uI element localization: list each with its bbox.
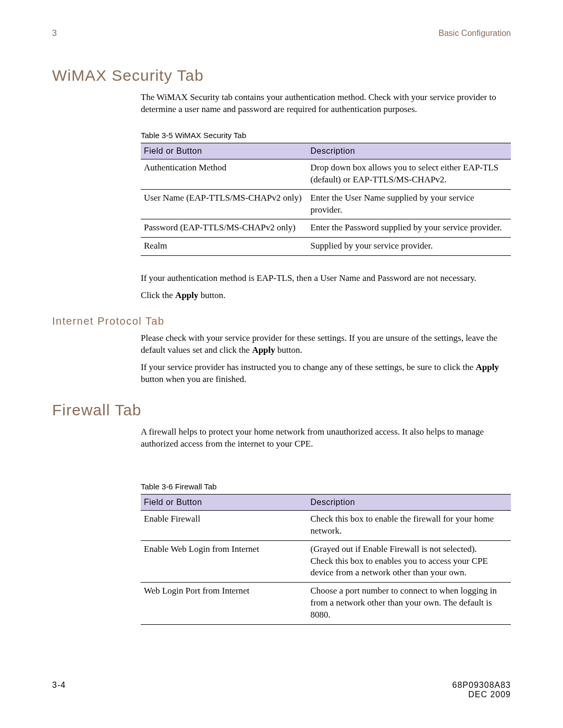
col-header-desc: Description xyxy=(308,495,511,511)
table-row: Enable Web Login from Internet (Grayed o… xyxy=(141,540,511,583)
page-header: 3 Basic Configuration xyxy=(52,29,511,38)
cell-field: User Name (EAP-TTLS/MS-CHAPv2 only) xyxy=(141,189,308,219)
cell-field: Authentication Method xyxy=(141,159,308,189)
cell-desc: Choose a port number to connect to when … xyxy=(308,583,511,625)
table-caption: Table 3-6 Firewall Tab xyxy=(141,482,511,492)
table-row: Web Login Port from Internet Choose a po… xyxy=(141,583,511,625)
section-heading-firewall: Firewall Tab xyxy=(52,401,511,419)
chapter-number: 3 xyxy=(52,29,57,38)
paragraph: If your service provider has instructed … xyxy=(141,362,511,386)
body-block: The WiMAX Security tab contains your aut… xyxy=(141,92,511,302)
cell-field: Password (EAP-TTLS/MS-CHAPv2 only) xyxy=(141,219,308,238)
col-header-desc: Description xyxy=(308,143,511,159)
cell-field: Enable Firewall xyxy=(141,510,308,540)
body-block: Please check with your service provider … xyxy=(141,332,511,386)
cell-desc: Check this box to enable the firewall fo… xyxy=(308,510,511,540)
col-header-field: Field or Button xyxy=(141,495,308,511)
cell-desc: Supplied by your service provider. xyxy=(308,238,511,256)
body-block: A firewall helps to protect your home ne… xyxy=(141,426,511,625)
cell-field: Realm xyxy=(141,238,308,256)
firewall-table: Field or Button Description Enable Firew… xyxy=(141,494,511,625)
document-page: 3 Basic Configuration WiMAX Security Tab… xyxy=(0,0,563,728)
wimax-security-table: Field or Button Description Authenticati… xyxy=(141,143,511,256)
cell-desc: (Grayed out if Enable Firewall is not se… xyxy=(308,540,511,583)
col-header-field: Field or Button xyxy=(141,143,308,159)
cell-field: Enable Web Login from Internet xyxy=(141,540,308,583)
cell-desc: Drop down box allows you to select eithe… xyxy=(308,159,511,189)
cell-field: Web Login Port from Internet xyxy=(141,583,308,625)
page-footer: 3-4 68P09308A83 DEC 2009 xyxy=(52,681,511,699)
paragraph: A firewall helps to protect your home ne… xyxy=(141,426,511,450)
table-row: Enable Firewall Check this box to enable… xyxy=(141,510,511,540)
table-caption: Table 3-5 WiMAX Security Tab xyxy=(141,130,511,141)
paragraph: If your authentication method is EAP-TLS… xyxy=(141,273,511,285)
section-heading-wimax-security: WiMAX Security Tab xyxy=(52,67,511,84)
table-row: Password (EAP-TTLS/MS-CHAPv2 only) Enter… xyxy=(141,219,511,238)
table-row: Realm Supplied by your service provider. xyxy=(141,238,511,256)
paragraph: The WiMAX Security tab contains your aut… xyxy=(141,92,511,116)
paragraph: Click the Apply button. xyxy=(141,290,511,302)
table-row: Authentication Method Drop down box allo… xyxy=(141,159,511,189)
section-heading-internet-protocol: Internet Protocol Tab xyxy=(52,315,511,327)
table-row: User Name (EAP-TTLS/MS-CHAPv2 only) Ente… xyxy=(141,189,511,219)
paragraph: Please check with your service provider … xyxy=(141,332,511,356)
cell-desc: Enter the User Name supplied by your ser… xyxy=(308,189,511,219)
doc-id: 68P09308A83 DEC 2009 xyxy=(452,681,511,699)
chapter-title: Basic Configuration xyxy=(438,29,511,38)
cell-desc: Enter the Password supplied by your serv… xyxy=(308,219,511,238)
page-number: 3-4 xyxy=(52,681,66,699)
